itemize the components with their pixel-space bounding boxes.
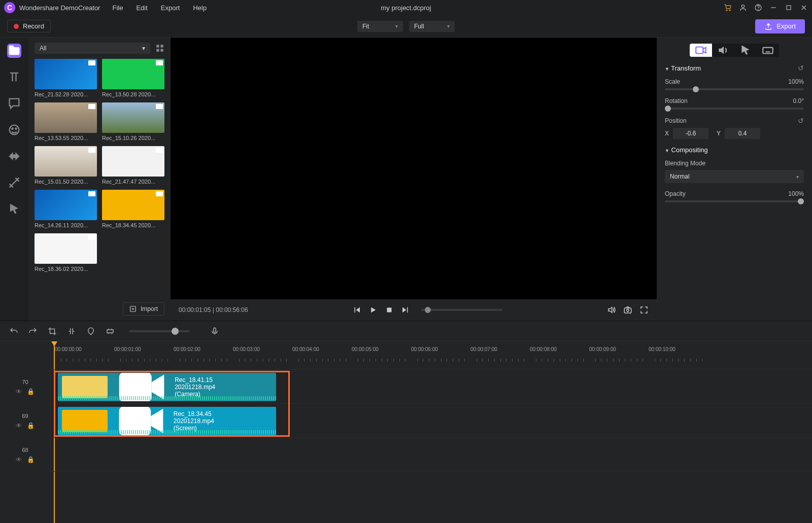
svg-rect-12 [156,45,159,47]
position-label: Position [665,117,687,124]
volume-button[interactable] [607,305,616,315]
playback-time: 00:00:01:05 | 00:00:56:06 [179,306,248,313]
scale-slider[interactable] [665,88,804,90]
split-button[interactable] [67,327,76,336]
next-frame-button[interactable] [401,305,410,315]
ruler-tick: 00:00:07:00 [470,346,497,352]
properties-panel: ▼ Transform ↺ Scale100% Rotation0.0° Pos… [657,38,812,321]
timeline-track[interactable] [51,438,812,472]
timeline-zoom-slider[interactable] [129,330,190,332]
text-tool[interactable] [7,70,21,84]
stop-button[interactable] [385,305,394,315]
media-clip[interactable]: Rec_18.34.45 2020... [102,190,164,228]
lock-icon[interactable]: 🔒 [27,388,35,395]
menu-help[interactable]: Help [193,4,207,12]
timeline-track[interactable]: Rec_18.34.45 20201218.mp4 (Screen) [51,404,812,438]
opacity-label: Opacity [665,190,686,197]
tab-video[interactable] [690,44,712,57]
ruler-tick: 00:00:06:00 [411,346,438,352]
timeline-ruler[interactable]: 00:00:00:0000:00:01:0000:00:02:0000:00:0… [51,341,812,370]
media-clip[interactable]: Rec_13.50.28 2020... [102,59,164,97]
media-clip[interactable]: Rec_21.52.28 2020... [35,59,97,97]
import-button[interactable]: Import [123,302,164,316]
minimize-button[interactable] [769,4,777,12]
media-clip[interactable]: Rec_13.53.55 2020... [35,102,97,141]
lock-icon[interactable]: 🔒 [27,456,35,463]
clip-thumbnail [62,410,108,432]
fullscreen-button[interactable] [639,305,649,315]
media-clip[interactable]: Rec_14.26.11 2020... [35,190,97,228]
media-clip[interactable]: Rec_15.01.50 2020... [35,146,97,185]
marker-button[interactable] [86,327,95,336]
user-icon[interactable] [739,4,747,12]
visibility-icon[interactable]: 👁 [16,388,22,395]
opacity-slider[interactable] [665,200,804,202]
resize-button[interactable] [106,327,115,336]
svg-rect-21 [763,48,773,54]
menu-file[interactable]: File [112,4,123,12]
sticker-tool[interactable] [7,123,21,137]
media-clip[interactable]: Rec_21.47.47 2020... [102,146,164,185]
video-badge-icon [88,104,95,109]
effects-tool[interactable] [7,176,21,190]
cart-icon[interactable] [724,4,732,12]
redo-button[interactable] [28,327,38,336]
tab-cursor[interactable] [734,44,757,57]
media-tool[interactable] [7,44,21,58]
document-title: my project.dcproj [381,4,431,12]
fit-dropdown[interactable]: Fit▾ [357,21,403,32]
clip-label: Rec_13.53.55 2020... [35,135,97,141]
ruler-tick: 00:00:01:00 [114,346,141,352]
lock-icon[interactable]: 🔒 [27,422,35,429]
cursor-tool[interactable] [7,202,21,216]
prev-frame-button[interactable] [352,305,361,315]
blend-mode-dropdown[interactable]: Normal▾ [665,170,804,183]
transform-section-header[interactable]: ▼ Transform ↺ [665,64,804,72]
rotation-slider[interactable] [665,108,804,110]
timeline-clip[interactable]: Rec_18.41.15 20201218.mp4 (Camera) [58,373,276,401]
close-button[interactable] [800,4,808,12]
tab-audio[interactable] [712,44,734,57]
grid-view-icon[interactable] [155,44,164,53]
svg-rect-18 [624,308,631,313]
media-clip[interactable]: Rec_15.10.26 2020... [102,102,164,141]
visibility-icon[interactable]: 👁 [16,456,22,463]
chevron-down-icon: ▾ [447,23,450,29]
svg-rect-23 [214,328,216,332]
timeline-track[interactable]: Rec_18.41.15 20201218.mp4 (Camera) [51,370,812,404]
menu-export[interactable]: Export [161,4,180,12]
media-clip[interactable]: Rec_18.36.02 2020... [35,233,97,272]
record-label: Record [23,22,44,30]
ruler-tick: 00:00:00:00 [55,346,82,352]
clip-label: Rec_21.47.47 2020... [102,179,164,185]
annotation-tool[interactable] [7,96,21,111]
mic-button[interactable] [210,327,219,336]
timeline-clip[interactable]: Rec_18.34.45 20201218.mp4 (Screen) [58,407,276,435]
maximize-button[interactable] [785,4,793,12]
visibility-icon[interactable]: 👁 [16,422,22,429]
record-button[interactable]: Record [7,20,51,32]
media-filter-dropdown[interactable]: All▾ [35,43,150,54]
preview-viewport[interactable] [171,38,657,299]
transition-tool[interactable] [7,149,21,163]
full-dropdown[interactable]: Full▾ [409,21,455,32]
compositing-section-header[interactable]: ▼ Compositing [665,146,804,154]
undo-button[interactable] [9,327,18,336]
reset-transform-icon[interactable]: ↺ [798,64,804,72]
reset-position-icon[interactable]: ↺ [798,117,804,125]
menu-edit[interactable]: Edit [136,4,147,12]
export-button[interactable]: Export [755,19,805,33]
svg-rect-17 [387,308,392,312]
track-id: 69 [22,413,28,419]
playback-slider[interactable] [421,309,502,311]
snapshot-button[interactable] [623,305,632,315]
record-dot-icon [14,24,19,29]
tracks-area[interactable]: 00:00:00:0000:00:01:0000:00:02:0000:00:0… [51,341,812,523]
tab-keyboard[interactable] [757,44,779,57]
crop-button[interactable] [48,327,57,336]
ruler-tick: 00:00:03:00 [233,346,260,352]
play-button[interactable] [368,305,378,315]
y-input[interactable] [725,128,760,139]
help-icon[interactable] [754,4,762,12]
x-input[interactable] [673,128,708,139]
